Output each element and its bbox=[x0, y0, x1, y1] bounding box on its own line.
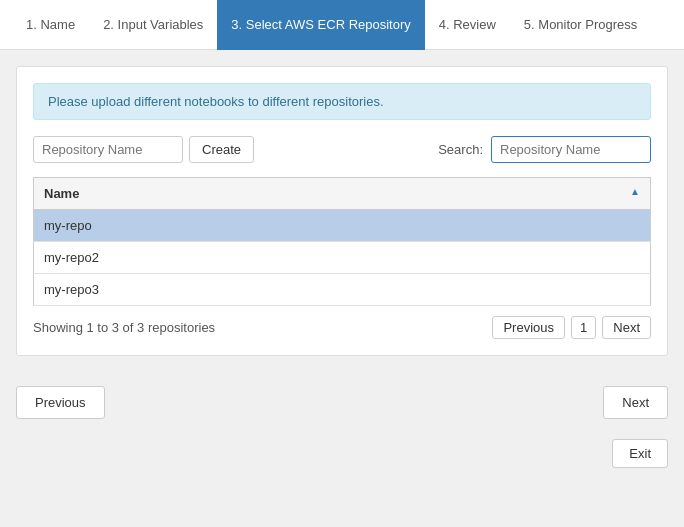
previous-button[interactable]: Previous bbox=[16, 386, 105, 419]
repo-name-cell: my-repo2 bbox=[34, 242, 651, 274]
info-message: Please upload different notebooks to dif… bbox=[48, 94, 384, 109]
repo-table: Name ▲ my-repo my-repo2 my-repo3 bbox=[33, 177, 651, 306]
search-input[interactable] bbox=[491, 136, 651, 163]
pagination-next-button[interactable]: Next bbox=[602, 316, 651, 339]
card: Please upload different notebooks to dif… bbox=[16, 66, 668, 356]
create-button[interactable]: Create bbox=[189, 136, 254, 163]
pagination-row: Showing 1 to 3 of 3 repositories Previou… bbox=[33, 316, 651, 339]
nav-step-5[interactable]: 5. Monitor Progress bbox=[510, 0, 651, 50]
table-row[interactable]: my-repo bbox=[34, 210, 651, 242]
info-box: Please upload different notebooks to dif… bbox=[33, 83, 651, 120]
main-content: Please upload different notebooks to dif… bbox=[0, 50, 684, 372]
exit-row: Exit bbox=[0, 433, 684, 480]
table-header-name[interactable]: Name ▲ bbox=[34, 178, 651, 210]
repo-input-row: Create Search: bbox=[33, 136, 651, 163]
next-button[interactable]: Next bbox=[603, 386, 668, 419]
exit-button[interactable]: Exit bbox=[612, 439, 668, 468]
nav-step-4[interactable]: 4. Review bbox=[425, 0, 510, 50]
showing-text: Showing 1 to 3 of 3 repositories bbox=[33, 320, 215, 335]
pagination-previous-button[interactable]: Previous bbox=[492, 316, 565, 339]
sort-icon: ▲ bbox=[630, 186, 640, 197]
repo-name-cell: my-repo3 bbox=[34, 274, 651, 306]
table-row[interactable]: my-repo2 bbox=[34, 242, 651, 274]
top-nav: 1. Name 2. Input Variables 3. Select AWS… bbox=[0, 0, 684, 50]
table-row[interactable]: my-repo3 bbox=[34, 274, 651, 306]
bottom-nav: Previous Next bbox=[0, 372, 684, 433]
search-row: Search: bbox=[438, 136, 651, 163]
nav-step-3[interactable]: 3. Select AWS ECR Repository bbox=[217, 0, 424, 50]
nav-step-1[interactable]: 1. Name bbox=[12, 0, 89, 50]
nav-step-2[interactable]: 2. Input Variables bbox=[89, 0, 217, 50]
repo-name-input[interactable] bbox=[33, 136, 183, 163]
search-label: Search: bbox=[438, 142, 483, 157]
repo-name-cell: my-repo bbox=[34, 210, 651, 242]
pagination-controls: Previous 1 Next bbox=[492, 316, 651, 339]
page-number: 1 bbox=[571, 316, 596, 339]
